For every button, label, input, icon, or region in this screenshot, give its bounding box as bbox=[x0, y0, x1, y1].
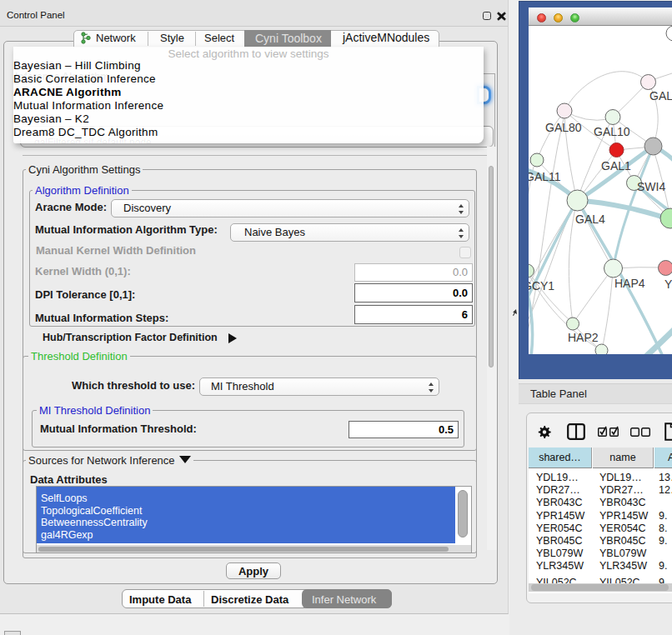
svg-text:GAL4: GAL4 bbox=[575, 212, 605, 226]
svg-text:GAL11: GAL11 bbox=[529, 170, 561, 183]
svg-text:GAL: GAL bbox=[649, 89, 672, 102]
svg-text:SWI4: SWI4 bbox=[637, 180, 665, 193]
svg-text:GAL1: GAL1 bbox=[601, 159, 631, 172]
svg-text:GCY1: GCY1 bbox=[529, 279, 554, 292]
svg-text:HAP4: HAP4 bbox=[614, 277, 645, 290]
svg-text:HAP2: HAP2 bbox=[568, 331, 599, 344]
svg-text:GAL80: GAL80 bbox=[545, 121, 582, 134]
svg-text:GAL10: GAL10 bbox=[594, 125, 630, 138]
svg-text:Y: Y bbox=[664, 278, 672, 291]
